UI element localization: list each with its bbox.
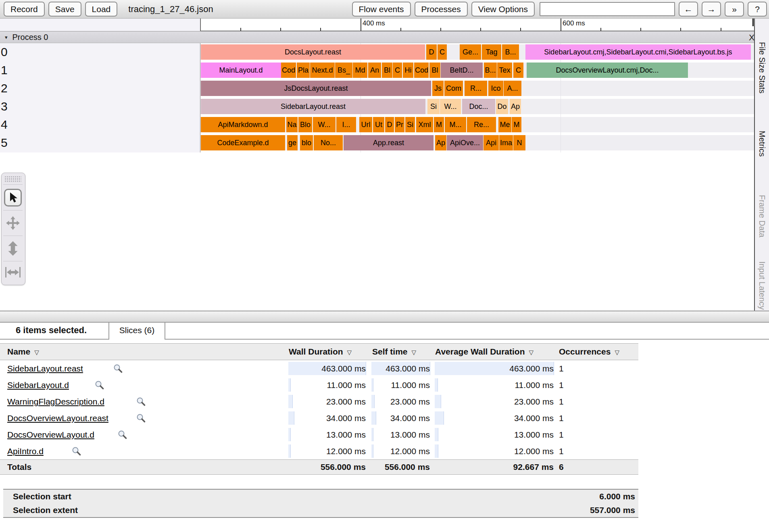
trace-slice[interactable]: M... (445, 117, 466, 132)
trace-slice[interactable]: Tag (482, 44, 501, 60)
selection-tool-button[interactable] (2, 186, 24, 210)
trace-slice[interactable]: W... (313, 117, 336, 132)
name-link[interactable]: SidebarLayout.d (7, 377, 69, 393)
column-header-name[interactable]: Name▽ (7, 344, 39, 361)
magnifier-icon[interactable] (72, 446, 81, 458)
help-button[interactable]: ? (748, 2, 767, 17)
trace-slice[interactable]: Blo (298, 117, 312, 132)
trace-slice[interactable]: JsDocsLayout.reast (201, 81, 431, 96)
trace-slice[interactable]: Na (286, 117, 298, 132)
column-header-self-time[interactable]: Self time▽ (372, 344, 416, 361)
trace-slice[interactable]: Me (498, 117, 511, 132)
magnifier-icon[interactable] (118, 430, 127, 441)
trace-slice[interactable]: Md (353, 63, 367, 78)
trace-slice[interactable]: Tex (497, 63, 512, 78)
name-link[interactable]: DocsOverviewLayout.reast (7, 410, 108, 426)
side-tab-metrics[interactable]: Metrics (757, 131, 767, 156)
name-link[interactable]: SidebarLayout.reast (7, 360, 83, 377)
magnifier-icon[interactable] (95, 380, 104, 392)
trace-slice[interactable]: C (438, 44, 447, 60)
trace-slice[interactable]: An (368, 63, 381, 78)
trace-slice[interactable]: Re... (467, 117, 496, 132)
processes-button[interactable]: Processes (415, 2, 468, 17)
side-tab-input-latency[interactable]: Input Latency (757, 261, 767, 310)
trace-slice[interactable]: SidebarLayout.reast (201, 99, 425, 114)
sort-triangle-icon[interactable]: ▽ (412, 349, 417, 356)
name-link[interactable]: ApiIntro.d (7, 443, 44, 459)
trace-slice[interactable]: B... (484, 63, 497, 78)
trace-slice[interactable]: W... (440, 99, 461, 114)
sort-triangle-icon[interactable]: ▽ (529, 349, 534, 356)
trace-slice[interactable]: ge (287, 135, 298, 150)
trace-slice[interactable]: Cod (414, 63, 429, 78)
column-header-occurrences[interactable]: Occurrences▽ (559, 344, 619, 361)
trace-slice[interactable]: Ge... (460, 44, 481, 60)
timing-tool-button[interactable] (2, 262, 24, 283)
slices-tab[interactable]: Slices (6) (108, 320, 165, 340)
pan-tool-button[interactable] (2, 211, 24, 235)
trace-slice[interactable]: Cod (281, 63, 296, 78)
trace-slice[interactable]: App.reast (344, 135, 433, 150)
magnifier-icon[interactable] (136, 397, 146, 408)
trace-slice[interactable]: Si (427, 99, 440, 114)
magnifier-icon[interactable] (136, 413, 146, 425)
trace-slice[interactable]: C (393, 63, 402, 78)
trace-slice[interactable]: B... (502, 44, 519, 60)
trace-slice[interactable]: Ima (499, 135, 513, 150)
name-link[interactable]: WarningFlagDescription.d (7, 393, 104, 410)
trace-slice[interactable]: Bl (382, 63, 392, 78)
trace-slice[interactable]: M (512, 117, 521, 132)
save-button[interactable]: Save (48, 2, 81, 17)
sort-triangle-icon[interactable]: ▽ (615, 349, 619, 356)
view-options-button[interactable]: View Options (471, 2, 535, 17)
pane-splitter[interactable] (0, 311, 769, 323)
trace-slice[interactable]: Ut (373, 117, 384, 132)
magnifier-icon[interactable] (113, 364, 123, 375)
trace-slice[interactable]: Bl (429, 63, 440, 78)
trace-slice[interactable]: R... (465, 81, 487, 96)
name-link[interactable]: DocsOverviewLayout.d (7, 426, 94, 443)
timeline-ruler[interactable] (200, 19, 754, 31)
trace-slice[interactable]: Pr (395, 117, 404, 132)
sort-triangle-icon[interactable]: ▽ (34, 349, 39, 356)
trace-slice[interactable]: Ico (488, 81, 503, 96)
trace-slice[interactable]: Doc... (462, 99, 495, 114)
trace-slice[interactable]: Pla (297, 63, 310, 78)
trace-slice[interactable]: M (434, 117, 444, 132)
trace-slice[interactable]: blo (300, 135, 313, 150)
zoom-tool-button[interactable] (2, 236, 24, 261)
trace-slice[interactable]: Ap (435, 135, 446, 150)
trace-slice[interactable]: No... (314, 135, 343, 150)
trace-slice[interactable]: A... (504, 81, 521, 96)
find-next-button[interactable]: → (702, 2, 721, 17)
trace-slice[interactable]: CodeExample.d (201, 135, 285, 150)
trace-slice[interactable]: Com (444, 81, 463, 96)
trace-slice[interactable]: D (426, 44, 437, 60)
trace-slice[interactable]: Next.d (310, 63, 335, 78)
trace-slice[interactable]: MainLayout.d (201, 63, 281, 78)
trace-slice[interactable]: Xml (416, 117, 433, 132)
record-button[interactable]: Record (4, 2, 45, 17)
trace-slice[interactable]: SidebarLayout.cmj,SidebarLayout.cmi,Side… (525, 44, 751, 60)
column-header-wall-duration[interactable]: Wall Duration▽ (289, 344, 352, 361)
process-header[interactable]: ▾ Process 0 X (0, 31, 769, 43)
trace-slice[interactable]: DocsLayout.reast (201, 44, 425, 60)
trace-slice[interactable]: N (513, 135, 525, 150)
palette-grip-handle[interactable] (4, 176, 21, 182)
trace-slice[interactable]: BeltD... (441, 63, 483, 78)
find-input[interactable] (540, 2, 675, 16)
column-header-average-wall-duration[interactable]: Average Wall Duration▽ (435, 344, 534, 361)
side-tab-frame-data[interactable]: Frame Data (757, 195, 767, 238)
trace-slice[interactable]: Si (405, 117, 415, 132)
trace-slice[interactable]: Api (483, 135, 499, 150)
load-button[interactable]: Load (85, 2, 118, 17)
side-tab-file-size-stats[interactable]: File Size Stats (757, 42, 767, 94)
trace-slice[interactable]: I... (336, 117, 356, 132)
close-process-button[interactable]: X (749, 31, 754, 44)
trace-slice[interactable]: Bs_ (335, 63, 352, 78)
trace-slice[interactable]: Hi (403, 63, 413, 78)
find-previous-button[interactable]: ← (679, 2, 698, 17)
trace-slice[interactable]: Url (359, 117, 372, 132)
trace-slice[interactable]: Js (432, 81, 444, 96)
trace-slice[interactable]: Do (496, 99, 508, 114)
